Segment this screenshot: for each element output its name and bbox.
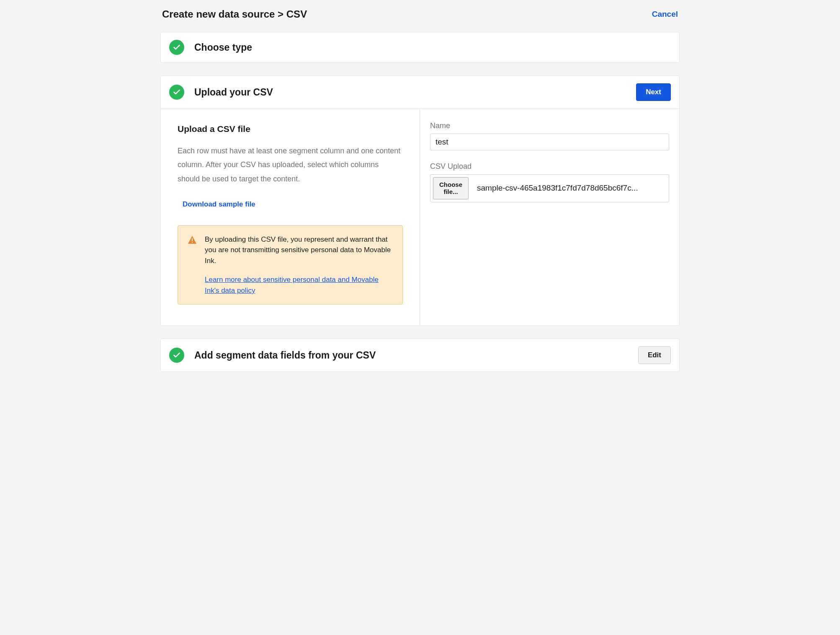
step-title: Add segment data fields from your CSV (194, 350, 638, 361)
filename-display: sample-csv-465a1983f1c7fd7d78d65bc6f7c..… (471, 175, 669, 202)
warning-policy-link[interactable]: Learn more about sensitive personal data… (205, 276, 379, 294)
warning-box: By uploading this CSV file, you represen… (178, 225, 403, 305)
check-complete-icon (169, 348, 184, 363)
step-upload-csv: Upload your CSV Next Upload a CSV file E… (160, 75, 680, 326)
upload-heading: Upload a CSV file (178, 124, 403, 134)
next-button[interactable]: Next (636, 83, 671, 101)
edit-button[interactable]: Edit (638, 346, 671, 364)
warning-text: By uploading this CSV file, you represen… (205, 234, 393, 266)
cancel-link[interactable]: Cancel (652, 10, 678, 19)
choose-file-button[interactable]: Choosefile... (433, 177, 469, 199)
choose-file-label: Choosefile... (439, 181, 462, 195)
breadcrumb: Create new data source > CSV (162, 8, 307, 20)
name-input[interactable] (430, 134, 669, 150)
warning-icon (187, 235, 197, 296)
check-complete-icon (169, 85, 184, 100)
step-title: Upload your CSV (194, 87, 636, 98)
csv-upload-label: CSV Upload (430, 162, 669, 171)
check-complete-icon (169, 40, 184, 55)
file-upload-row: Choosefile... sample-csv-465a1983f1c7fd7… (430, 174, 669, 202)
step-choose-type[interactable]: Choose type (160, 32, 680, 63)
svg-rect-1 (192, 242, 193, 243)
step-add-segment-fields[interactable]: Add segment data fields from your CSV Ed… (160, 338, 680, 372)
step-title: Choose type (194, 42, 671, 53)
download-sample-link[interactable]: Download sample file (183, 200, 255, 209)
name-label: Name (430, 121, 669, 130)
upload-help-text: Each row must have at least one segment … (178, 144, 403, 186)
svg-rect-0 (192, 238, 193, 241)
